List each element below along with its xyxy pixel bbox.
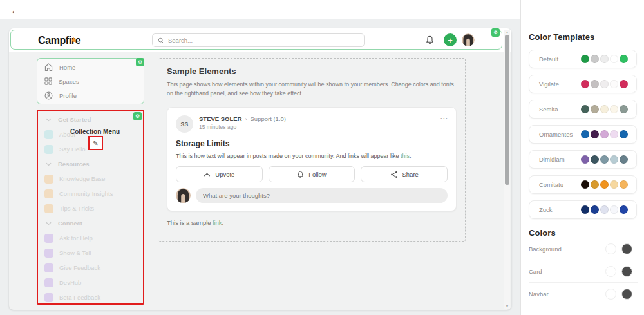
post-body-text: This is how text will appear in posts ma… (176, 153, 401, 159)
space-icon (44, 189, 53, 198)
light-swatch[interactable] (605, 266, 616, 277)
more-options-icon[interactable]: ⋯ (440, 115, 448, 122)
preview-scrollbar-thumb[interactable] (505, 35, 509, 185)
sample-link[interactable]: link (213, 219, 222, 226)
template-semita[interactable]: Semita (529, 100, 637, 119)
template-vigilate[interactable]: Vigilate (529, 75, 637, 93)
dark-swatch[interactable] (621, 266, 632, 277)
sidebar-item-home[interactable]: Home (37, 60, 144, 74)
follow-button[interactable]: Follow (269, 166, 355, 182)
community-preview: Campfire + ⚙ Home Spaces Profile ⚙ (9, 28, 511, 310)
template-swatches (581, 155, 628, 164)
back-arrow-icon[interactable]: ← (8, 5, 23, 15)
space-icon (44, 249, 53, 258)
share-button[interactable]: Share (361, 166, 448, 182)
create-post-button[interactable]: + (444, 33, 457, 46)
space-item-show-and-tell[interactable]: Show & Tell (38, 245, 143, 260)
color-dot (600, 105, 609, 113)
template-name: Comitatu (539, 181, 564, 188)
color-row-label: Navbar (529, 291, 549, 298)
dark-swatch[interactable] (621, 289, 632, 300)
color-dot (610, 105, 618, 113)
preview-scrollbar-track[interactable]: ▲ ▼ (504, 30, 510, 309)
space-icon (44, 130, 53, 139)
user-avatar[interactable] (462, 33, 475, 46)
space-item-knowledge-base[interactable]: Knowledge Base (38, 171, 143, 186)
author-name[interactable]: STEVE SOLER (199, 115, 242, 122)
color-row-card: Card (529, 260, 638, 283)
template-ornamentes[interactable]: Ornamentes (529, 125, 637, 144)
header-edit-badge[interactable]: ⚙ (491, 28, 500, 37)
color-dot (591, 105, 599, 113)
breadcrumb-chevron-icon: › (245, 116, 247, 122)
color-dot (620, 155, 628, 164)
space-icon (44, 263, 53, 272)
space-item-give-feedback[interactable]: Give Feedback (38, 260, 143, 275)
chevron-down-icon (46, 222, 52, 225)
space-label: Give Feedback (59, 264, 100, 271)
template-zuck[interactable]: Zuck (529, 200, 637, 219)
section-header-resources[interactable]: Resources (38, 157, 143, 171)
space-item-community-insights[interactable]: Community Insights (38, 186, 143, 201)
author-avatar: SS (176, 115, 193, 133)
home-icon (44, 63, 53, 71)
nav-edit-badge[interactable]: ⚙ (136, 58, 144, 66)
scrollbar-up-arrow[interactable]: ▲ (504, 30, 510, 34)
section-header-get-started[interactable]: Get Started (38, 112, 143, 127)
color-dot (600, 155, 609, 164)
color-dot (610, 130, 618, 138)
nav-label: Profile (59, 92, 77, 99)
space-label: DevHub (59, 279, 81, 286)
space-item-devhub[interactable]: DevHub (38, 275, 143, 290)
post-body-link[interactable]: this (401, 153, 410, 159)
scrollbar-down-arrow[interactable]: ▼ (504, 304, 510, 308)
notifications-bell-button[interactable] (426, 35, 434, 46)
section-header-connect[interactable]: Connect (38, 216, 143, 231)
light-swatch[interactable] (605, 243, 616, 254)
template-default[interactable]: Default (529, 50, 637, 68)
template-name: Semita (539, 106, 558, 113)
community-header[interactable]: Campfire + ⚙ (10, 30, 502, 50)
template-swatches (581, 180, 628, 189)
comment-input[interactable] (196, 188, 448, 203)
space-label: Say Hello (59, 146, 86, 153)
color-dot (581, 130, 589, 138)
search-box[interactable] (152, 33, 365, 47)
main-nav-block: Home Spaces Profile ⚙ (37, 58, 144, 104)
upvote-label: Upvote (215, 171, 234, 178)
template-swatches (581, 105, 628, 113)
space-label: Ask for Help (59, 234, 93, 242)
sample-line-text: This is a sample (167, 219, 213, 226)
collection-edit-badge[interactable]: ⚙ (133, 112, 142, 120)
template-comitatu[interactable]: Comitatu (529, 175, 637, 194)
post-body-period: . (410, 153, 412, 159)
edit-pencil-icon[interactable]: ✎ (93, 140, 98, 147)
space-item-beta-feedback[interactable]: Beta Feedback (38, 290, 143, 305)
sample-description: This page shows how elements within your… (167, 80, 459, 98)
collection-menu-block[interactable]: Get Started About Say Hello Resources Kn… (37, 110, 144, 305)
space-item-tips-tricks[interactable]: Tips & Tricks (38, 201, 143, 216)
color-dot (581, 80, 589, 88)
post-space-name[interactable]: Support (1.0) (251, 115, 286, 122)
nav-label: Spaces (59, 78, 79, 85)
share-label: Share (402, 171, 419, 178)
flame-icon (71, 33, 76, 45)
light-swatch[interactable] (605, 289, 616, 300)
follow-label: Follow (308, 171, 326, 178)
upvote-button[interactable]: Upvote (176, 166, 263, 182)
template-name: Ornamentes (539, 131, 573, 138)
red-annotation-box: ✎ (88, 136, 103, 150)
sidebar-item-profile[interactable]: Profile (37, 88, 144, 102)
color-dot (600, 205, 609, 214)
section-title: Resources (58, 160, 90, 167)
dark-swatch[interactable] (621, 243, 632, 254)
template-list: Default Vigilate Semita Ornamentes Dimid… (529, 50, 638, 219)
search-input[interactable] (168, 37, 359, 44)
sample-line-period: . (222, 219, 224, 226)
sidebar-item-spaces[interactable]: Spaces (37, 74, 144, 88)
template-swatches (581, 130, 628, 138)
space-label: Beta Feedback (59, 294, 100, 301)
space-item-ask-for-help[interactable]: Ask for Help (38, 231, 143, 245)
post-body: This is how text will appear in posts ma… (176, 153, 448, 159)
template-dimidiam[interactable]: Dimidiam (529, 150, 637, 169)
